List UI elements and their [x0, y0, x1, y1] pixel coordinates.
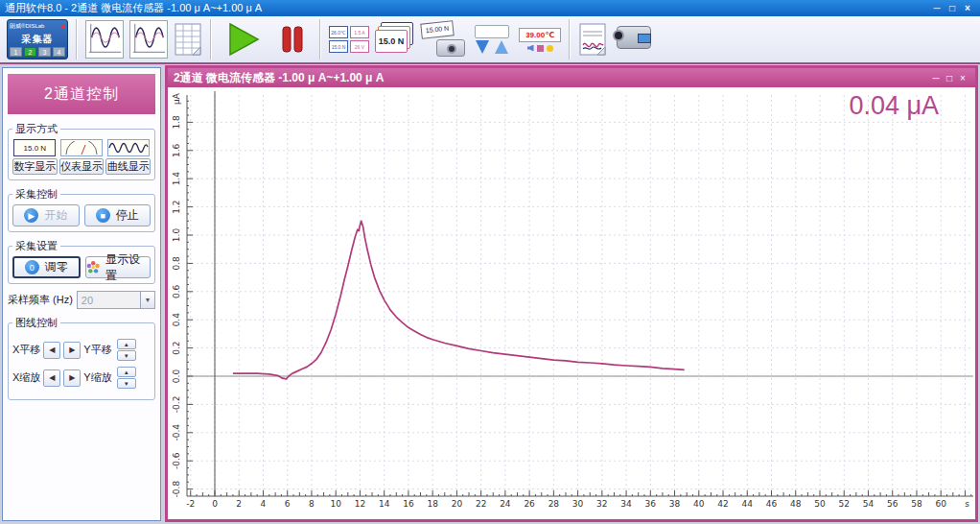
minimize-button[interactable]: ─ — [929, 3, 945, 13]
x-pan-label: X平移 — [12, 343, 40, 357]
temperature-panel-button[interactable]: 39.00℃ — [516, 17, 564, 61]
y-zoom-label: Y缩放 — [83, 370, 111, 385]
svg-text:18: 18 — [427, 499, 438, 509]
svg-text:54: 54 — [863, 499, 875, 509]
dropdown-arrow-icon[interactable]: ▼ — [140, 292, 154, 308]
power-led-icon — [61, 25, 65, 29]
y-pan-down-button[interactable]: ▼ — [117, 350, 136, 361]
maximize-button[interactable]: □ — [945, 3, 960, 13]
transfer-icon — [471, 25, 513, 54]
meter-display-button[interactable]: 仪表显示 — [59, 158, 105, 175]
y-pan-up-button[interactable]: ▲ — [117, 339, 136, 349]
channel-control-panel: 2通道控制 显示方式 15.0 N 数字显示 仪表显示 — [2, 67, 161, 521]
channel-2-indicator: 2 — [24, 47, 36, 57]
svg-text:46: 46 — [766, 499, 778, 509]
y-zoom-in-button[interactable]: ▲ — [117, 367, 136, 377]
svg-text:0.6: 0.6 — [172, 284, 181, 298]
toolbar-separator — [569, 19, 571, 60]
sample-rate-row: 采样频率 (Hz) 20 ▼ — [8, 291, 155, 309]
import-export-button[interactable] — [468, 17, 516, 61]
y-zoom-out-button[interactable]: ▼ — [117, 378, 136, 389]
svg-text:1.6: 1.6 — [172, 143, 181, 157]
chart-maximize-button[interactable]: □ — [943, 73, 956, 83]
chart-close-button[interactable]: × — [956, 73, 969, 83]
svg-text:26: 26 — [524, 499, 535, 509]
svg-text:8: 8 — [309, 499, 315, 509]
start-label: 开始 — [44, 207, 67, 224]
chart-plot-area[interactable]: -202468101214161820222426283032343638404… — [168, 87, 975, 519]
zero-label: 调零 — [45, 259, 68, 275]
svg-text:14: 14 — [379, 499, 390, 509]
current-vs-time-chart[interactable]: -202468101214161820222426283032343638404… — [168, 87, 975, 519]
svg-text:34: 34 — [620, 499, 632, 509]
svg-text:52: 52 — [839, 499, 850, 509]
table-icon — [174, 22, 202, 57]
collector-device-button[interactable]: 朗威®DISLab 采集器 1 2 3 4 — [4, 17, 71, 61]
start-button[interactable]: ▶ 开始 — [12, 204, 80, 226]
display-icon — [537, 45, 544, 52]
chart-window-titlebar[interactable]: 2通道 微电流传感器 -1.00 μ A~+1.00 μ A ─ □ × — [168, 68, 975, 87]
scope-view-button[interactable] — [82, 17, 127, 61]
sample-rate-value: 20 — [78, 295, 140, 306]
temperature-display-icon: 39.00℃ — [519, 28, 561, 52]
video-capture-button[interactable] — [610, 17, 658, 61]
toolbar-separator — [319, 19, 321, 60]
speaker-icon — [527, 45, 534, 52]
svg-text:32: 32 — [596, 499, 607, 509]
meter-current-value: 1.5 A — [350, 26, 369, 38]
x-pan-left-button[interactable]: ◀ — [43, 342, 60, 359]
chart-window: 2通道 微电流传感器 -1.00 μ A~+1.00 μ A ─ □ × -20… — [165, 65, 978, 522]
curve-display-button[interactable]: 曲线显示 — [105, 158, 151, 175]
display-mode-label: 显示方式 — [12, 122, 60, 136]
toolbar-separator — [76, 19, 78, 60]
curve-control-label: 图线控制 — [12, 316, 60, 330]
svg-text:0.8: 0.8 — [172, 256, 181, 271]
acquire-settings-group: 采集设置 0 调零 显示设置 — [8, 239, 155, 284]
meter-force-value: 15.0 N — [329, 40, 348, 53]
camcorder-icon — [613, 22, 655, 57]
sample-rate-label: 采样频率 (Hz) — [8, 293, 73, 307]
svg-text:40: 40 — [693, 499, 705, 509]
display-settings-label: 显示设置 — [105, 251, 150, 284]
x-zoom-in-button[interactable]: ▶ — [63, 369, 81, 387]
gauge-icon — [62, 141, 101, 155]
svg-text:s: s — [965, 499, 969, 509]
svg-text:1.4: 1.4 — [172, 172, 181, 186]
svg-text:48: 48 — [790, 499, 802, 509]
multi-meter-button[interactable]: 26.0℃ 1.5 A 15.0 N 26 V — [326, 17, 372, 61]
scope-view-2-button[interactable] — [127, 17, 171, 61]
svg-text:28: 28 — [548, 499, 560, 509]
svg-text:16: 16 — [403, 499, 414, 509]
svg-text:12: 12 — [355, 499, 365, 509]
chart-window-title: 2通道 微电流传感器 -1.00 μ A~+1.00 μ A — [174, 70, 929, 86]
svg-text:1.0: 1.0 — [172, 228, 181, 243]
x-zoom-label: X缩放 — [12, 370, 40, 385]
panel-title: 2通道控制 — [8, 74, 155, 114]
snapshot-value: 15.00 N — [420, 20, 454, 38]
svg-text:58: 58 — [911, 499, 922, 509]
meter-grid-icon: 26.0℃ 1.5 A 15.0 N 26 V — [329, 26, 369, 53]
display-stack-button[interactable]: 15.0 N — [372, 17, 418, 61]
acquire-settings-label: 采集设置 — [12, 239, 60, 253]
x-pan-right-button[interactable]: ▶ — [63, 342, 81, 359]
zero-adjust-button[interactable]: 0 调零 — [12, 256, 81, 278]
snapshot-button[interactable]: 15.00 N — [418, 17, 468, 61]
chart-minimize-button[interactable]: ─ — [929, 73, 943, 83]
data-table-button[interactable] — [171, 17, 205, 61]
x-zoom-out-button[interactable]: ◀ — [43, 369, 60, 387]
sample-rate-dropdown[interactable]: 20 ▼ — [77, 291, 155, 309]
svg-text:36: 36 — [645, 499, 657, 509]
waveform-icon — [129, 20, 168, 59]
digital-display-button[interactable]: 数字显示 — [12, 158, 58, 175]
start-sampling-button[interactable] — [217, 17, 270, 61]
stop-button[interactable]: ■ 停止 — [84, 204, 152, 226]
display-settings-button[interactable]: 显示设置 — [85, 256, 152, 278]
stop-circle-icon: ■ — [96, 208, 110, 223]
pause-sampling-button[interactable] — [270, 17, 315, 61]
svg-text:0.2: 0.2 — [172, 341, 181, 354]
svg-text:2: 2 — [236, 499, 242, 509]
notes-report-button[interactable] — [575, 17, 610, 61]
y-pan-label: Y平移 — [83, 343, 111, 357]
acquire-control-label: 采集控制 — [12, 187, 60, 202]
close-button[interactable]: × — [960, 3, 975, 13]
